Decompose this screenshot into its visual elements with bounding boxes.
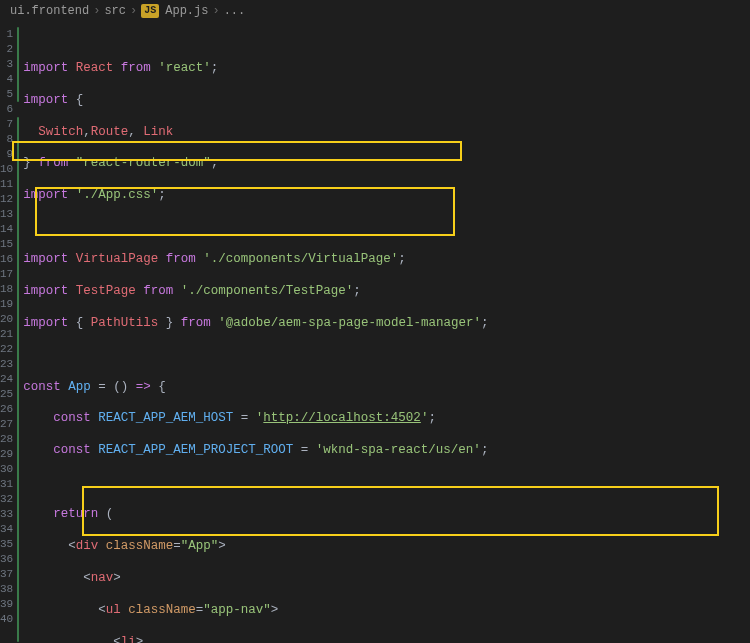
code-line[interactable]: <li> xyxy=(23,635,750,644)
code-line[interactable]: import TestPage from './components/TestP… xyxy=(23,284,750,299)
code-editor[interactable]: 1234567891011121314151617181920212223242… xyxy=(0,23,750,643)
code-line[interactable] xyxy=(23,475,750,490)
breadcrumb-seg[interactable]: ui.frontend xyxy=(10,3,89,19)
code-line[interactable]: const App = () => { xyxy=(23,380,750,395)
code-line[interactable]: <ul className="app-nav"> xyxy=(23,603,750,618)
code-line[interactable]: import './App.css'; xyxy=(23,188,750,203)
chevron-right-icon: › xyxy=(130,3,137,19)
code-line[interactable]: const REACT_APP_AEM_PROJECT_ROOT = 'wknd… xyxy=(23,443,750,458)
code-line[interactable]: import { xyxy=(23,93,750,108)
line-number-gutter: 1234567891011121314151617181920212223242… xyxy=(0,23,17,643)
breadcrumb-seg[interactable]: src xyxy=(104,3,126,19)
code-line[interactable] xyxy=(23,220,750,235)
code-line[interactable]: <nav> xyxy=(23,571,750,586)
code-line[interactable]: } from "react-router-dom"; xyxy=(23,156,750,171)
chevron-right-icon: › xyxy=(212,3,219,19)
breadcrumb-file[interactable]: App.js xyxy=(165,3,208,19)
code-line[interactable] xyxy=(23,348,750,363)
code-line[interactable]: import React from 'react'; xyxy=(23,61,750,76)
code-line[interactable]: Switch,Route, Link xyxy=(23,125,750,140)
js-file-icon: JS xyxy=(141,4,159,18)
code-line[interactable]: const REACT_APP_AEM_HOST = 'http://local… xyxy=(23,411,750,426)
editor-window: { "breadcrumbs": { "seg0": "ui.frontend"… xyxy=(0,0,750,643)
code-line[interactable]: <div className="App"> xyxy=(23,539,750,554)
breadcrumb-tail: ... xyxy=(224,3,246,19)
breadcrumb[interactable]: ui.frontend › src › JS App.js › ... xyxy=(0,0,750,23)
code-line[interactable]: return ( xyxy=(23,507,750,522)
chevron-right-icon: › xyxy=(93,3,100,19)
code-line[interactable]: import { PathUtils } from '@adobe/aem-sp… xyxy=(23,316,750,331)
code-area[interactable]: import React from 'react'; import { Swit… xyxy=(17,23,750,643)
code-line[interactable]: import VirtualPage from './components/Vi… xyxy=(23,252,750,267)
